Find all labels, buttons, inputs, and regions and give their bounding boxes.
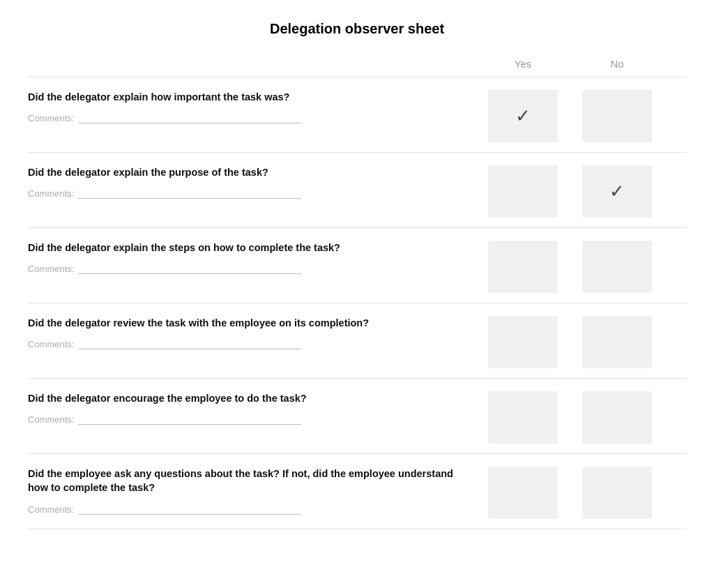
comments-label-3: Comments: — [28, 264, 74, 274]
no-column-header: No — [572, 58, 662, 70]
yes-cell-2[interactable] — [474, 165, 572, 218]
no-checkbox-5[interactable] — [582, 391, 652, 444]
yes-checkbox-4[interactable] — [488, 316, 558, 368]
comments-line-2: Comments: — [28, 188, 460, 199]
table-row: Did the delegator review the task with t… — [28, 303, 686, 378]
question-text-5: Did the delegator encourage the employee… — [28, 391, 460, 405]
comments-label-6: Comments: — [28, 504, 74, 515]
comments-line-5: Comments: — [28, 414, 460, 425]
comments-label-4: Comments: — [28, 339, 74, 349]
question-text-1: Did the delegator explain how important … — [28, 90, 460, 104]
comments-underline-6[interactable] — [78, 504, 301, 515]
question-text-4: Did the delegator review the task with t… — [28, 316, 460, 330]
comments-label-1: Comments: — [28, 113, 74, 123]
question-text-3: Did the delegator explain the steps on h… — [28, 241, 460, 255]
yes-checkbox-5[interactable] — [488, 391, 558, 444]
no-cell-2[interactable] — [572, 165, 662, 218]
yes-checkbox-6[interactable] — [488, 467, 558, 519]
no-checkbox-3[interactable] — [582, 241, 652, 293]
question-text-block-1: Did the delegator explain how important … — [28, 90, 474, 142]
yes-checkbox-3[interactable] — [488, 241, 558, 293]
table-row: Did the delegator explain how important … — [28, 77, 686, 152]
comments-underline-5[interactable] — [78, 414, 301, 425]
no-checkbox-1[interactable] — [582, 90, 652, 142]
yes-cell-3[interactable] — [474, 241, 572, 293]
question-text-block-6: Did the employee ask any questions about… — [28, 467, 474, 519]
question-text-block-3: Did the delegator explain the steps on h… — [28, 241, 474, 293]
no-cell-5[interactable] — [572, 391, 662, 444]
yes-checkbox-1[interactable] — [488, 90, 558, 142]
comments-line-6: Comments: — [28, 504, 460, 515]
comments-underline-3[interactable] — [78, 263, 301, 274]
no-checkbox-6[interactable] — [582, 467, 652, 519]
yes-checkbox-2[interactable] — [488, 165, 558, 218]
comments-underline-4[interactable] — [78, 338, 301, 349]
comments-underline-1[interactable] — [78, 112, 301, 123]
questions-list: Did the delegator explain how important … — [28, 77, 686, 529]
question-text-block-4: Did the delegator review the task with t… — [28, 316, 474, 368]
comments-line-1: Comments: — [28, 112, 460, 123]
no-checkbox-4[interactable] — [582, 316, 652, 368]
table-row: Did the employee ask any questions about… — [28, 453, 686, 529]
question-text-2: Did the delegator explain the purpose of… — [28, 165, 460, 179]
no-checkbox-2[interactable] — [582, 165, 652, 218]
no-cell-4[interactable] — [572, 316, 662, 368]
table-row: Did the delegator explain the steps on h… — [28, 227, 686, 303]
yes-column-header: Yes — [474, 58, 572, 70]
comments-line-3: Comments: — [28, 263, 460, 274]
question-text-block-5: Did the delegator encourage the employee… — [28, 391, 474, 444]
no-cell-6[interactable] — [572, 467, 662, 519]
yes-cell-1[interactable] — [474, 90, 572, 142]
table-row: Did the delegator explain the purpose of… — [28, 152, 686, 227]
yes-cell-5[interactable] — [474, 391, 572, 444]
page-title: Delegation observer sheet — [28, 14, 686, 37]
table-row: Did the delegator encourage the employee… — [28, 378, 686, 453]
comments-underline-2[interactable] — [78, 188, 301, 199]
comments-label-5: Comments: — [28, 414, 74, 425]
no-cell-3[interactable] — [572, 241, 662, 293]
question-text-6: Did the employee ask any questions about… — [28, 467, 460, 495]
comments-line-4: Comments: — [28, 338, 460, 349]
column-headers: Yes No — [28, 58, 686, 70]
yes-cell-4[interactable] — [474, 316, 572, 368]
yes-cell-6[interactable] — [474, 467, 572, 519]
comments-label-2: Comments: — [28, 188, 74, 199]
no-cell-1[interactable] — [572, 90, 662, 142]
question-text-block-2: Did the delegator explain the purpose of… — [28, 165, 474, 218]
